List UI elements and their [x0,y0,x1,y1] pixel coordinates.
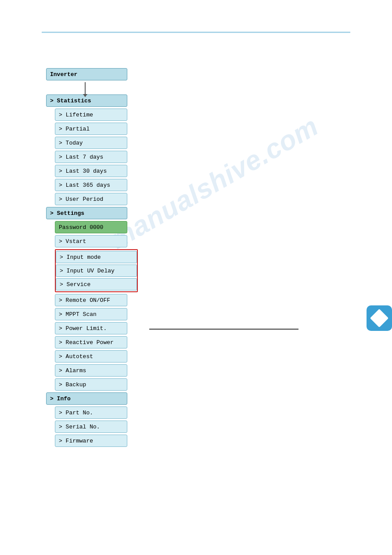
horizontal-divider [149,329,298,330]
menu-item-password[interactable]: Password 0000 [55,221,127,233]
menu-item-reactive-power[interactable]: > Reactive Power [55,336,127,348]
menu-item-autotest[interactable]: > Autotest [55,350,127,363]
menu-item-input-mode[interactable]: > Input mode [56,251,137,263]
menu-item-last7days[interactable]: > Last 7 days [55,151,127,163]
menu-item-settings[interactable]: > Settings [46,207,127,219]
input-uv-delay-label: > Input UV Delay [60,268,115,274]
menu-item-serial-no[interactable]: > Serial No. [55,421,127,433]
lifetime-label: > Lifetime [59,112,93,118]
menu-tree: Inverter > Statistics > Lifetime > Parti… [46,68,138,449]
menu-item-inverter[interactable]: Inverter [46,68,127,80]
menu-item-service[interactable]: > Service [56,278,137,290]
menu-item-info[interactable]: > Info [46,392,127,405]
firmware-label: > Firmware [59,438,93,444]
part-no-label: > Part No. [59,410,93,416]
service-label: > Service [60,281,90,288]
autotest-label: > Autotest [59,353,93,360]
partial-label: > Partial [59,126,90,132]
user-period-label: > User Period [59,196,103,203]
menu-item-part-no[interactable]: > Part No. [55,406,127,419]
info-label: > Info [50,395,71,402]
menu-item-user-period[interactable]: > User Period [55,193,127,205]
diamond-button[interactable] [367,305,392,331]
menu-item-last30days[interactable]: > Last 30 days [55,165,127,177]
top-decorative-line [42,32,350,33]
last30days-label: > Last 30 days [59,168,107,174]
menu-item-alarms[interactable]: > Alarms [55,364,127,377]
red-border-group: > Input mode > Input UV Delay > Service [55,249,138,292]
menu-item-backup[interactable]: > Backup [55,378,127,391]
arrow-connector [85,82,86,94]
menu-item-today[interactable]: > Today [55,137,127,149]
menu-item-last365days[interactable]: > Last 365 days [55,179,127,191]
settings-label: > Settings [50,210,84,217]
menu-item-vstart[interactable]: > Vstart [55,235,127,247]
power-limit-label: > Power Limit. [59,325,107,332]
backup-label: > Backup [59,381,86,388]
inverter-label: Inverter [50,71,77,78]
vstart-label: > Vstart [59,238,86,245]
menu-item-partial[interactable]: > Partial [55,123,127,135]
menu-item-remote-onoff[interactable]: > Remote ON/OFF [55,294,127,306]
menu-item-firmware[interactable]: > Firmware [55,435,127,447]
password-label: Password 0000 [59,224,103,231]
last365days-label: > Last 365 days [59,182,110,189]
reactive-power-label: > Reactive Power [59,339,114,346]
menu-item-power-limit[interactable]: > Power Limit. [55,322,127,334]
menu-item-mppt-scan[interactable]: > MPPT Scan [55,308,127,320]
serial-no-label: > Serial No. [59,424,100,430]
today-label: > Today [59,140,83,146]
alarms-label: > Alarms [59,367,86,374]
remote-onoff-label: > Remote ON/OFF [59,297,110,304]
input-mode-label: > Input mode [60,254,101,261]
statistics-label: > Statistics [50,98,91,104]
menu-item-lifetime[interactable]: > Lifetime [55,109,127,121]
diamond-icon [370,309,388,327]
last7days-label: > Last 7 days [59,154,103,160]
menu-item-input-uv-delay[interactable]: > Input UV Delay [56,265,137,277]
mppt-scan-label: > MPPT Scan [59,311,97,318]
